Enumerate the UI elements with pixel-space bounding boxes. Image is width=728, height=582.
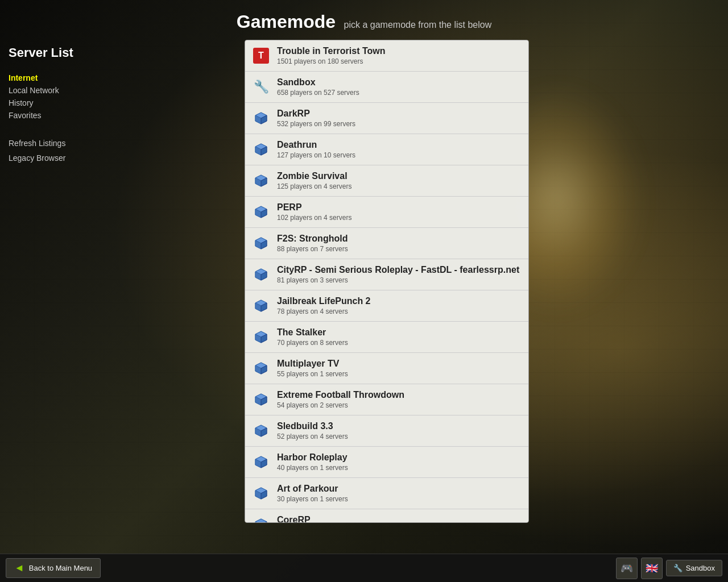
bottom-bar: ◄ Back to Main Menu 🎮 🇬🇧 🔧 Sandbox	[0, 554, 728, 582]
gamemode-item[interactable]: Art of Parkour 30 players on 1 servers	[245, 478, 528, 509]
back-button-label: Back to Main Menu	[29, 564, 92, 572]
cube-gamemode-icon	[252, 265, 270, 284]
gamemode-info: CoreRP 28 players on 1 servers	[277, 515, 522, 523]
gamemode-item[interactable]: Extreme Football Throwdown 54 players on…	[245, 384, 528, 415]
cube-gamemode-icon	[252, 328, 270, 346]
cube-icon-svg	[254, 518, 268, 523]
gamemode-item[interactable]: Harbor Roleplay 40 players on 1 servers	[245, 447, 528, 478]
gamemode-name: Sandbox	[277, 77, 522, 88]
gamemode-stats: 658 players on 527 servers	[277, 89, 522, 97]
cube-gamemode-icon	[252, 484, 270, 502]
wrench-symbol: 🔧	[254, 80, 269, 94]
bottom-right-controls: 🎮 🇬🇧 🔧 Sandbox	[616, 558, 722, 579]
gamemode-item[interactable]: T Trouble in Terrorist Town 1501 players…	[245, 40, 528, 72]
gamemode-item[interactable]: Jailbreak LifePunch 2 78 players on 4 se…	[245, 290, 528, 322]
gamemode-item[interactable]: Deathrun 127 players on 10 servers	[245, 134, 528, 165]
back-to-main-menu-button[interactable]: ◄ Back to Main Menu	[6, 558, 101, 578]
gamemode-stats: 88 players on 7 servers	[277, 245, 522, 253]
sidebar-item-internet[interactable]: Internet	[9, 72, 105, 84]
gamemode-stats: 1501 players on 180 servers	[277, 57, 522, 65]
gamemode-info: Extreme Football Throwdown 54 players on…	[277, 390, 522, 409]
gamemode-stats: 78 players on 4 servers	[277, 307, 522, 315]
cube-gamemode-icon	[252, 516, 270, 523]
sidebar-item-history[interactable]: History	[9, 97, 105, 109]
sidebar-title: Server List	[9, 45, 105, 60]
gamemode-item[interactable]: Zombie Survival 125 players on 4 servers	[245, 165, 528, 197]
cube-gamemode-icon	[252, 422, 270, 440]
gamemode-name: Sledbuild 3.3	[277, 421, 522, 431]
page-subtitle: pick a gamemode from the list below	[344, 20, 492, 30]
gamemode-name: Zombie Survival	[277, 171, 522, 181]
cube-gamemode-icon	[252, 359, 270, 377]
gamemode-name: F2S: Stronghold	[277, 234, 522, 244]
sidebar-item-favorites[interactable]: Favorites	[9, 109, 105, 122]
gamemode-stats: 54 players on 2 servers	[277, 401, 522, 409]
cube-gamemode-icon	[252, 203, 270, 221]
cube-icon-svg	[254, 330, 268, 344]
gamemode-name: CityRP - Semi Serious Roleplay - FastDL …	[277, 265, 522, 275]
back-arrow-icon: ◄	[14, 562, 24, 574]
gamemode-item[interactable]: F2S: Stronghold 88 players on 7 servers	[245, 228, 528, 259]
cube-icon-svg	[254, 393, 268, 406]
gamemode-info: F2S: Stronghold 88 players on 7 servers	[277, 234, 522, 253]
cube-icon-svg	[254, 236, 268, 250]
gamemode-info: Deathrun 127 players on 10 servers	[277, 140, 522, 159]
gamemode-info: DarkRP 532 players on 99 servers	[277, 109, 522, 128]
gamemode-item[interactable]: CoreRP 28 players on 1 servers	[245, 509, 528, 523]
gamemode-stats: 125 players on 4 servers	[277, 182, 522, 190]
gamemode-info: Sandbox 658 players on 527 servers	[277, 77, 522, 97]
gamemode-info: Harbor Roleplay 40 players on 1 servers	[277, 452, 522, 472]
gamemode-item[interactable]: DarkRP 532 players on 99 servers	[245, 103, 528, 134]
sidebar-item-localnetwork[interactable]: Local Network	[9, 84, 105, 97]
legacy-browser-link[interactable]: Legacy Browser	[9, 153, 105, 163]
wrench-icon: 🔧	[673, 564, 682, 572]
sidebar-nav: Internet Local Network History Favorites	[9, 72, 105, 122]
cube-icon-svg	[254, 361, 268, 375]
gamemode-list: T Trouble in Terrorist Town 1501 players…	[245, 40, 529, 523]
gamemode-item[interactable]: PERP 102 players on 4 servers	[245, 197, 528, 228]
gamemode-info: Sledbuild 3.3 52 players on 4 servers	[277, 421, 522, 440]
cube-gamemode-icon	[252, 234, 270, 252]
gamemode-stats: 30 players on 1 servers	[277, 495, 522, 503]
gamemode-name: Art of Parkour	[277, 484, 522, 494]
cube-icon-svg	[254, 487, 268, 500]
main-content: T Trouble in Terrorist Town 1501 players…	[245, 40, 529, 523]
gamemode-name: DarkRP	[277, 109, 522, 119]
sidebar: Server List Internet Local Network Histo…	[0, 34, 114, 180]
gamemode-stats: 55 players on 1 servers	[277, 370, 522, 378]
gamemode-name: PERP	[277, 202, 522, 213]
flag-icon: 🇬🇧	[646, 562, 658, 575]
gamemode-name: Multiplayer TV	[277, 359, 522, 369]
gamemode-name: Trouble in Terrorist Town	[277, 46, 522, 56]
gamemode-name: Deathrun	[277, 140, 522, 150]
gamemode-info: Zombie Survival 125 players on 4 servers	[277, 171, 522, 190]
language-icon-button[interactable]: 🇬🇧	[641, 558, 663, 579]
cube-gamemode-icon	[252, 297, 270, 315]
page-title: Gamemode	[237, 11, 336, 32]
gamepad-icon-button[interactable]: 🎮	[616, 558, 638, 579]
ttt-letter-icon: T	[253, 48, 269, 64]
cube-icon-svg	[254, 143, 268, 156]
sandbox-button[interactable]: 🔧 Sandbox	[666, 560, 722, 576]
gamemode-stats: 40 players on 1 servers	[277, 464, 522, 472]
gamemode-info: Multiplayer TV 55 players on 1 servers	[277, 359, 522, 378]
cube-gamemode-icon	[252, 390, 270, 409]
cube-icon-svg	[254, 111, 268, 125]
cube-icon-svg	[254, 424, 268, 438]
cube-gamemode-icon	[252, 140, 270, 159]
gamemode-info: Art of Parkour 30 players on 1 servers	[277, 484, 522, 503]
gamemode-info: Jailbreak LifePunch 2 78 players on 4 se…	[277, 296, 522, 315]
gamemode-name: Jailbreak LifePunch 2	[277, 296, 522, 306]
gamemode-stats: 102 players on 4 servers	[277, 214, 522, 222]
gamemode-item[interactable]: Sledbuild 3.3 52 players on 4 servers	[245, 415, 528, 447]
gamemode-stats: 532 players on 99 servers	[277, 120, 522, 128]
gamemode-item[interactable]: CityRP - Semi Serious Roleplay - FastDL …	[245, 259, 528, 290]
cube-icon-svg	[254, 174, 268, 188]
wrench-gamemode-icon: 🔧	[252, 78, 270, 96]
refresh-listings-link[interactable]: Refresh Listings	[9, 139, 105, 148]
gamemode-name: CoreRP	[277, 515, 522, 523]
gamemode-item[interactable]: Multiplayer TV 55 players on 1 servers	[245, 353, 528, 384]
gamemode-item[interactable]: The Stalker 70 players on 8 servers	[245, 322, 528, 353]
cube-icon-svg	[254, 299, 268, 313]
gamemode-item[interactable]: 🔧 Sandbox 658 players on 527 servers	[245, 72, 528, 103]
